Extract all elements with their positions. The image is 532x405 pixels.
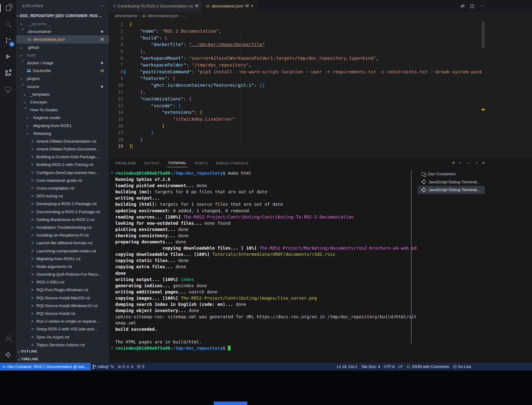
activity-bar-run-debug-button[interactable] <box>0 48 16 65</box>
code-line[interactable]: 18 } <box>109 136 532 143</box>
tree-item[interactable]: ≡Core-maintainer-guide.rst <box>16 177 109 184</box>
more-actions-icon[interactable]: ⋯ <box>466 160 471 165</box>
breadcrumb-symbol-more[interactable]: ... <box>183 14 186 18</box>
tree-item[interactable]: ≡DDS-tuning.rst <box>16 192 109 200</box>
tree-item[interactable]: ≡Configure-ZeroCopy-loaned-mes... <box>16 169 109 177</box>
eol-item[interactable]: LF <box>397 365 405 369</box>
code-line[interactable]: 5 }, <box>109 48 532 55</box>
code-line[interactable]: 15 "ritwickdey.LiveServer" <box>109 116 532 123</box>
tree-item[interactable]: ›Releasing <box>16 130 109 137</box>
terminal-dropdown-icon[interactable]: › <box>458 162 463 163</box>
tree-item[interactable]: ≡Installation-Troubleshooting.rst <box>16 223 109 231</box>
tab-output[interactable]: OUTPUT <box>144 159 160 167</box>
tree-item[interactable]: ≡Documenting-a-ROS-2-Package.rst <box>16 208 109 216</box>
activity-bar-extensions-button[interactable] <box>0 65 16 81</box>
tree-item[interactable]: ≡Installing-on-Raspberry-Pi.rst <box>16 231 109 239</box>
code-line[interactable]: 2 "name": "ROS 2 Documentation", <box>109 28 532 35</box>
tree-item[interactable]: ›docker / image <box>16 59 109 67</box>
tab-problems[interactable]: PROBLEMS <box>115 159 137 167</box>
tree-item[interactable]: ≡Launch-file-different-formats.rst <box>16 239 109 247</box>
breadcrumb-file[interactable]: devcontainer.json <box>148 14 178 18</box>
split-editor-icon[interactable]: ◫ <box>470 3 475 9</box>
go-live-item[interactable]: Go Live <box>451 365 473 369</box>
tree-item[interactable]: ≡Setup-ROS-2-with-VSCode-and-... <box>16 325 109 333</box>
new-terminal-icon[interactable]: + <box>452 160 455 166</box>
tab-ports[interactable]: PORTS <box>194 159 208 167</box>
terminal-tab-item[interactable]: Dev Containers <box>418 170 485 178</box>
more-actions-icon[interactable]: ⋯ <box>480 3 485 9</box>
activity-bar-search-button[interactable] <box>0 16 16 32</box>
command-decoration-icon[interactable] <box>111 347 113 349</box>
activity-bar-settings-button[interactable] <box>0 347 16 363</box>
tree-item[interactable]: ≡RQt-Port-Plugin-Windows.rst <box>16 286 109 294</box>
tab-devcontainer-json[interactable]: {} devcontainer.json M × <box>202 0 257 12</box>
code-line[interactable]: 4 "dockerfile": "../docker/image/Dockerf… <box>109 41 532 48</box>
tree-item[interactable]: ≡Developing-a-ROS-2-Package.rst <box>16 200 109 208</box>
tree-item[interactable]: ›plugins <box>16 75 109 82</box>
terminal[interactable]: rosindex@02d00eb75a00:/tmp/doc_repositor… <box>109 168 418 363</box>
code-line[interactable]: 16 ] <box>109 123 532 130</box>
activity-bar-remote-explorer-button[interactable] <box>0 81 16 97</box>
tab-contributing-rst[interactable]: ≡ Contributing-To-ROS-2-Documentation.rs… <box>109 0 202 12</box>
code-line[interactable]: 17 } <box>109 130 532 136</box>
tree-item[interactable]: ≡Migrating-from-ROS1.rst <box>16 255 109 263</box>
tree-item[interactable]: ≡Node-arguments.rst <box>16 263 109 270</box>
tree-item[interactable]: ›build <box>16 51 109 59</box>
code-line[interactable]: 9 "features": { <box>109 75 532 82</box>
file-tree[interactable]: ›__pycache__›.devcontainer{}devcontainer… <box>16 20 109 347</box>
command-decoration-icon[interactable] <box>111 172 113 174</box>
tree-item[interactable]: ›Migrating-from-ROS1 <box>16 122 109 129</box>
tree-item[interactable]: ≡Ament-CMake-Documentation.rst <box>16 137 109 145</box>
tab-terminal[interactable]: TERMINAL <box>167 158 187 167</box>
tree-item[interactable]: ›How-To-Guides <box>16 106 109 114</box>
ports-item[interactable]: 0 <box>135 363 146 370</box>
code-line[interactable]: 3 "build": { <box>109 35 532 42</box>
maximize-panel-icon[interactable]: › <box>474 162 479 163</box>
code-line[interactable]: 19} <box>109 143 532 150</box>
code-line[interactable]: 13 "vscode": { <box>109 103 532 109</box>
code-line[interactable]: 7 "workspaceFolder": "/tmp/doc_repositor… <box>109 62 532 69</box>
editor-scrollbar[interactable] <box>482 22 485 48</box>
code-line[interactable]: 14 "extensions": [ <box>109 109 532 116</box>
indentation-item[interactable]: Tab Size: 4 <box>359 365 382 369</box>
tree-item[interactable]: ≡Sync-Vs-Async.rst <box>16 333 109 341</box>
tree-item[interactable]: ≡RQt-Source-Install.rst <box>16 310 109 317</box>
tree-item[interactable]: ≡Building-a-Custom-Deb-Package.... <box>16 153 109 161</box>
remote-indicator[interactable]: >< Dev Container: ROS 2 Documentation @ … <box>0 363 91 370</box>
open-changes-icon[interactable]: ⇄ <box>461 3 465 9</box>
tree-item[interactable]: ≡Topics-Services-Actions.rst <box>16 341 109 347</box>
problems-item[interactable]: ⊘ 0 ⚠ 0 <box>116 363 135 370</box>
tree-item[interactable]: ≡Ament-CMake-Python-Document... <box>16 145 109 153</box>
tree-item[interactable]: ›.github <box>16 44 109 51</box>
code-line[interactable]: 6 "workspaceMount": "source=${localWorks… <box>109 55 532 62</box>
tree-item[interactable]: ≡ROS-2-IDEs.rst <box>16 278 109 286</box>
terminal-tab-item[interactable]: JavaScript Debug Terminal... <box>418 186 485 194</box>
tree-item[interactable]: ≡RQt-Source-Install-Windows10.rst <box>16 302 109 310</box>
code-line[interactable]: 1{ <box>109 21 532 28</box>
code-line[interactable]: 12 "customizations": { <box>109 96 532 103</box>
activity-bar-account-button[interactable] <box>0 330 16 347</box>
git-branch-item[interactable]: rolling* ↻ <box>91 363 116 370</box>
cursor-position-item[interactable]: Ln 19, Col 2 <box>335 365 359 369</box>
tree-item[interactable]: ≡Run-2-nodes-in-single-or-separat... <box>16 317 109 325</box>
sidebar-more-actions-icon[interactable]: ⋯ <box>100 3 105 9</box>
tree-item[interactable]: ›foxglove-studio <box>16 114 109 122</box>
close-panel-icon[interactable]: × <box>482 160 485 165</box>
tree-item[interactable]: ≡Cross-compilation.rst <box>16 184 109 192</box>
tree-item[interactable]: {}devcontainer.jsonM <box>16 35 109 43</box>
tab-debug-console[interactable]: DEBUG CONSOLE <box>215 159 250 167</box>
tree-item[interactable]: ≡Building-ROS-2-with-Tracing.rst <box>16 161 109 168</box>
language-mode-item[interactable]: {} JSON with Comments <box>405 365 451 369</box>
tree-item[interactable]: ›source <box>16 83 109 90</box>
tree-item[interactable]: ≡Launching-composable-nodes.rst <box>16 247 109 255</box>
workspace-root-header[interactable]: › DOC_REPOSITORY [DEV CONTAINER: ROS ... <box>16 12 109 20</box>
code-line[interactable]: 10 "ghcr.io/devcontainers/features/git:1… <box>109 82 532 89</box>
breadcrumb-folder[interactable]: .devcontainer <box>114 14 137 18</box>
tree-item[interactable]: DockerfileM <box>16 67 109 75</box>
tree-item[interactable]: ›__pycache__ <box>16 20 109 28</box>
terminal-tab-item[interactable]: JavaScript Debug Terminal... <box>418 178 485 186</box>
tree-item[interactable]: ›.devcontainer <box>16 28 109 35</box>
tree-item[interactable]: ≡Overriding-QoS-Policies-For-Reco... <box>16 270 109 278</box>
timeline-section-header[interactable]: › TIMELINE <box>16 355 109 363</box>
tree-item[interactable]: ≡RQt-Source-Install-MacOS.rst <box>16 294 109 302</box>
